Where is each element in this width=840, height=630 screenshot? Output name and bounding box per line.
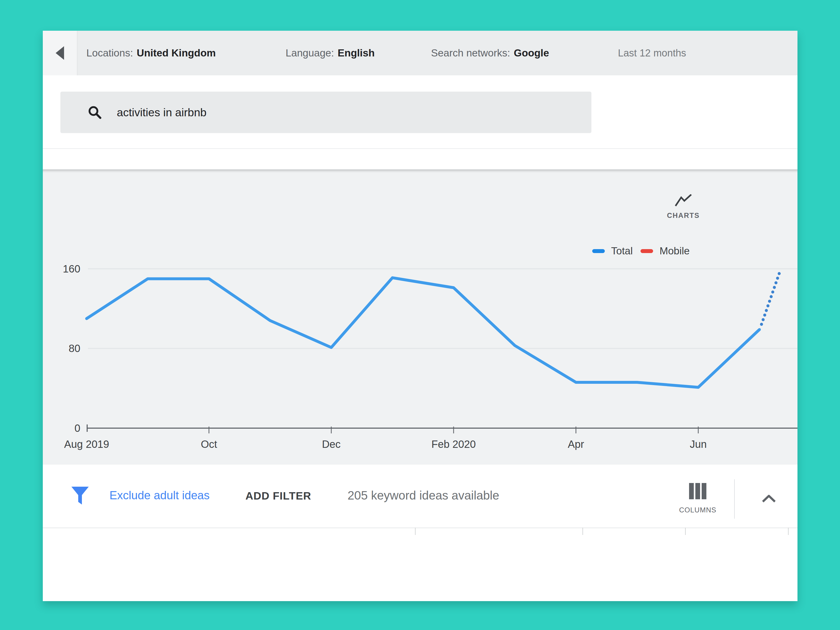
keyword-ideas-count: 205 keyword ideas available [347, 488, 499, 502]
collapse-panel-button[interactable] [758, 491, 779, 507]
language-label: Language: [286, 47, 334, 59]
filter-bar: Exclude adult ideas ADD FILTER 205 keywo… [43, 465, 797, 527]
charts-button[interactable]: CHARTS [660, 194, 706, 220]
line-chart-icon [675, 194, 692, 207]
search-networks-value: Google [514, 47, 549, 59]
svg-text:0: 0 [74, 422, 81, 434]
date-range-value: Last 12 months [618, 47, 686, 59]
locations-label: Locations: [86, 47, 133, 59]
column-divider-tick [415, 527, 415, 535]
svg-text:Feb 2020: Feb 2020 [431, 438, 476, 450]
chevron-up-icon [762, 495, 776, 503]
back-arrow-icon [56, 46, 64, 60]
column-divider-tick [788, 527, 789, 535]
back-button[interactable] [43, 31, 77, 75]
add-filter-button[interactable]: ADD FILTER [245, 490, 311, 502]
search-icon [88, 106, 102, 119]
svg-text:Aug 2019: Aug 2019 [64, 438, 109, 450]
table-top-border [43, 527, 797, 528]
locations-setting[interactable]: Locations: United Kingdom [86, 31, 216, 75]
search-row: activities in airbnb [43, 75, 797, 149]
search-query-text: activities in airbnb [117, 106, 207, 119]
columns-button-label: COLUMNS [678, 506, 717, 514]
svg-text:Oct: Oct [201, 438, 217, 450]
legend-total-label: Total [611, 245, 633, 257]
svg-text:80: 80 [69, 343, 81, 354]
language-setting[interactable]: Language: English [286, 31, 374, 75]
columns-icon [688, 483, 707, 499]
settings-toolbar: Locations: United Kingdom Language: Engl… [43, 31, 797, 75]
legend-mobile-label: Mobile [659, 245, 690, 257]
filter-funnel-icon [71, 486, 89, 506]
charts-button-label: CHARTS [660, 212, 706, 220]
search-networks-label: Search networks: [431, 47, 510, 59]
column-divider-tick [685, 527, 686, 535]
exclude-adult-ideas-link[interactable]: Exclude adult ideas [109, 489, 210, 502]
legend-item-mobile: Mobile [641, 245, 690, 257]
svg-text:Jun: Jun [690, 438, 707, 450]
language-value: English [338, 47, 374, 59]
search-input[interactable]: activities in airbnb [60, 92, 591, 133]
legend-item-total: Total [592, 245, 633, 257]
date-range-setting[interactable]: Last 12 months [618, 31, 686, 75]
columns-button[interactable]: COLUMNS [678, 483, 717, 514]
locations-value: United Kingdom [137, 47, 216, 59]
svg-text:160: 160 [63, 263, 81, 275]
toolbar-divider [734, 479, 735, 519]
total-series-swatch [592, 249, 605, 253]
app-panel: Locations: United Kingdom Language: Engl… [43, 31, 797, 601]
svg-text:Apr: Apr [568, 438, 584, 450]
svg-text:Dec: Dec [322, 438, 341, 450]
search-networks-setting[interactable]: Search networks: Google [431, 31, 549, 75]
chart-legend: Total Mobile [592, 245, 690, 257]
column-divider-tick [583, 527, 583, 535]
trend-chart-card: 080160Aug 2019OctDecFeb 2020AprJun CHART… [43, 169, 797, 465]
mobile-series-swatch [641, 249, 653, 253]
